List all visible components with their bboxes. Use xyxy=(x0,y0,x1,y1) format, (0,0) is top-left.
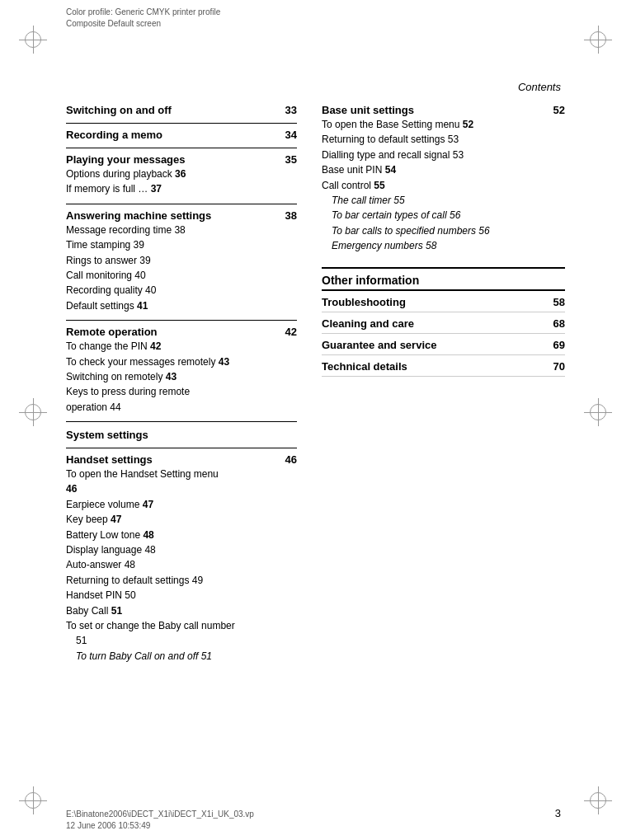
technical-title: Technical details xyxy=(322,360,407,373)
switching-on-off-page: 33 xyxy=(285,104,297,116)
left-column: Switching on and off 33 Recording a memo… xyxy=(66,99,297,774)
reg-mark-bottom-right xyxy=(590,792,606,809)
base-unit-pin: Base unit PIN 54 xyxy=(322,163,565,177)
answering-machine-title: Answering machine settings xyxy=(66,209,211,222)
base-unit-page: 52 xyxy=(553,104,565,116)
baby-call: Baby Call 51 xyxy=(66,604,297,618)
returning-default-base: Returning to default settings 53 xyxy=(322,133,565,147)
base-unit-title: Base unit settings xyxy=(322,104,414,116)
keys-remote-page: operation 44 xyxy=(66,401,297,415)
bottom-footer: E:\Binatone2006\iDECT_X1i\iDECT_X1i_UK_0… xyxy=(66,809,254,832)
open-handset-menu: To open the Handset Setting menu xyxy=(66,467,297,481)
recording-memo-title: Recording a memo xyxy=(66,129,162,141)
entry-cleaning: Cleaning and care 68 xyxy=(322,317,565,334)
divider5 xyxy=(66,421,297,422)
page-container: Color profile: Generic CMYK printer prof… xyxy=(0,0,631,840)
message-recording-time: Message recording time 38 xyxy=(66,223,297,237)
reg-mark-mid-left xyxy=(25,404,41,420)
change-pin: To change the PIN 42 xyxy=(66,340,297,354)
call-monitoring: Call monitoring 40 xyxy=(66,269,297,283)
page-title: Contents xyxy=(518,81,561,93)
bar-call-types: To bar certain types of call 56 xyxy=(332,209,565,223)
playing-messages-title: Playing your messages xyxy=(66,153,186,166)
guarantee-page: 69 xyxy=(553,339,565,351)
divider2 xyxy=(66,148,297,148)
footer-line2: 12 June 2006 10:53:49 xyxy=(66,820,254,832)
troubleshooting-title: Troubleshooting xyxy=(322,296,406,308)
emergency-numbers: Emergency numbers 58 xyxy=(332,239,565,253)
entry-switching-on-off: Switching on and off 33 xyxy=(66,104,297,116)
divider-other xyxy=(322,267,565,269)
header-line1: Color profile: Generic CMYK printer prof… xyxy=(66,7,220,18)
check-messages-remotely: To check your messages remotely 43 xyxy=(66,355,297,369)
entry-base-unit: Base unit settings 52 xyxy=(322,104,565,116)
remote-operation-page: 42 xyxy=(285,326,297,338)
right-column: Base unit settings 52 To open the Base S… xyxy=(322,99,565,774)
baby-call-on-off: To turn Baby Call on and off 51 xyxy=(76,650,297,664)
reg-mark-top-left xyxy=(25,31,41,48)
handset-settings-page: 46 xyxy=(285,453,297,466)
reg-mark-top-right xyxy=(590,31,606,48)
playing-messages-page: 35 xyxy=(285,153,297,166)
page-number: 3 xyxy=(555,807,561,819)
memory-full: If memory is full … 37 xyxy=(66,182,297,196)
cleaning-title: Cleaning and care xyxy=(322,317,414,330)
recording-quality: Recording quality 40 xyxy=(66,284,297,298)
entry-recording-memo: Recording a memo 34 xyxy=(66,129,297,141)
baby-call-set: To set or change the Baby call number xyxy=(66,619,297,633)
entry-handset-settings: Handset settings 46 xyxy=(66,453,297,466)
call-control: Call control 55 xyxy=(322,179,565,193)
divider6 xyxy=(66,448,297,448)
open-handset-menu-page: 46 xyxy=(66,482,297,496)
footer-line1: E:\Binatone2006\iDECT_X1i\iDECT_X1i_UK_0… xyxy=(66,809,254,820)
dialling-type: Dialling type and recall signal 53 xyxy=(322,148,565,162)
keys-remote: Keys to press during remote xyxy=(66,385,297,399)
guarantee-title: Guarantee and service xyxy=(322,339,436,351)
baby-call-set-page: 51 xyxy=(76,634,297,648)
rings-to-answer: Rings to answer 39 xyxy=(66,254,297,268)
reg-mark-bottom-left xyxy=(25,792,41,809)
top-header: Color profile: Generic CMYK printer prof… xyxy=(66,7,220,30)
divider4 xyxy=(66,320,297,321)
technical-page: 70 xyxy=(553,360,565,373)
entry-playing-messages: Playing your messages 35 xyxy=(66,153,297,166)
auto-answer: Auto-answer 48 xyxy=(66,558,297,572)
earpiece-volume: Earpiece volume 47 xyxy=(66,498,297,512)
other-information-header: Other information xyxy=(322,274,565,291)
system-settings-header: System settings xyxy=(66,429,297,441)
time-stamping: Time stamping 39 xyxy=(66,238,297,252)
returning-default: Returning to default settings 49 xyxy=(66,574,297,588)
entry-troubleshooting: Troubleshooting 58 xyxy=(322,296,565,312)
content-area: Switching on and off 33 Recording a memo… xyxy=(66,99,565,774)
cleaning-page: 68 xyxy=(553,317,565,330)
divider3 xyxy=(66,204,297,204)
entry-technical: Technical details 70 xyxy=(322,360,565,377)
recording-memo-page: 34 xyxy=(285,129,297,141)
switching-on-off-title: Switching on and off xyxy=(66,104,172,116)
battery-low-tone: Battery Low tone 48 xyxy=(66,528,297,542)
call-timer: The call timer 55 xyxy=(332,194,565,208)
header-line2: Composite Default screen xyxy=(66,18,220,30)
reg-mark-mid-right xyxy=(590,404,606,420)
divider1 xyxy=(66,123,297,124)
handset-pin: Handset PIN 50 xyxy=(66,589,297,603)
open-base-menu: To open the Base Setting menu 52 xyxy=(322,118,565,132)
key-beep: Key beep 47 xyxy=(66,513,297,527)
entry-remote-operation: Remote operation 42 xyxy=(66,326,297,338)
entry-guarantee: Guarantee and service 69 xyxy=(322,339,565,355)
handset-settings-title: Handset settings xyxy=(66,453,153,466)
troubleshooting-page: 58 xyxy=(553,296,565,308)
entry-answering-machine: Answering machine settings 38 xyxy=(66,209,297,222)
display-language: Display language 48 xyxy=(66,543,297,557)
bar-specified-numbers: To bar calls to specified numbers 56 xyxy=(332,224,565,238)
switching-on-remotely: Switching on remotely 43 xyxy=(66,370,297,384)
answering-machine-page: 38 xyxy=(285,209,297,222)
default-settings: Default settings 41 xyxy=(66,299,297,313)
options-playback: Options during playback 36 xyxy=(66,167,297,181)
remote-operation-title: Remote operation xyxy=(66,326,158,338)
